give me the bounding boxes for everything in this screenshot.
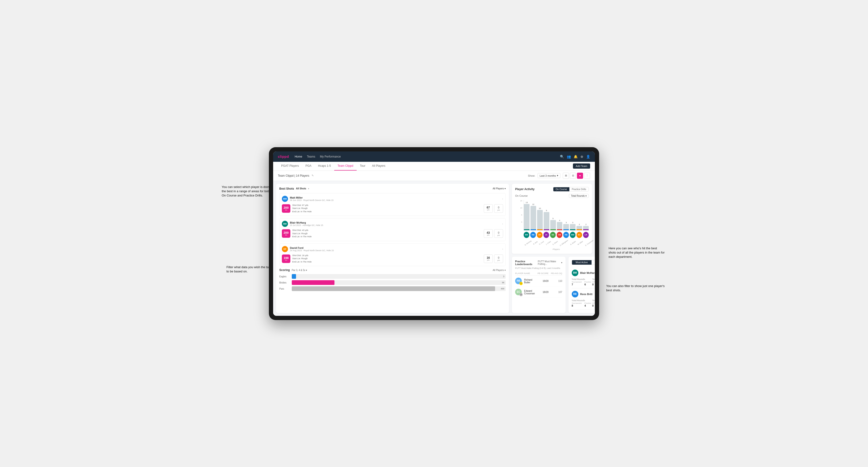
search-icon[interactable]: 🔍: [560, 155, 564, 158]
bar-5: [557, 222, 563, 230]
lb-dropdown-label: PUTT Must Make Putting...: [538, 260, 560, 266]
least-active-btn[interactable]: Least Active: [592, 260, 595, 264]
y-label-5: 5: [521, 214, 522, 216]
player-activity-title: Player Activity: [515, 187, 534, 191]
shot-avatar-3: DF: [282, 246, 288, 252]
bar-value-5: 4: [559, 219, 560, 221]
x-axis-label: Players: [524, 248, 589, 250]
shot-entry-3[interactable]: DF David Ford 24 Aug 2023 · Royal North …: [279, 243, 506, 266]
plus-circle-icon[interactable]: ⊕: [581, 155, 583, 158]
best-shots-header: Best Shots All Shots ▾ All Players ▾: [279, 187, 506, 190]
all-shots-btn[interactable]: All Shots: [296, 187, 306, 190]
chevron-right-icon-3: ›: [502, 247, 503, 251]
lb-rank-avatar-1: RB 1: [515, 278, 522, 285]
scoring-title: Scoring: [279, 269, 290, 272]
view-heart-icon[interactable]: ♥: [577, 173, 583, 179]
practice-label-1: Practice: [585, 281, 591, 283]
tab-pgat-players[interactable]: PGAT Players: [278, 161, 302, 170]
shot-metric-unit-2: yds: [487, 234, 490, 236]
practice-value-2: 4: [585, 304, 591, 307]
bar-group-3: 9: [544, 210, 549, 230]
gtt-stat-1: GTT 0: [592, 281, 595, 286]
scoring-filter-1[interactable]: Par 3, 4 & 5s ▾: [292, 269, 307, 272]
chart-controls: On Course Total Rounds ▾: [515, 194, 589, 198]
eagles-bar-bg: 3: [292, 274, 506, 279]
view-more-icon[interactable]: ⋮: [584, 173, 590, 179]
team-header: Team Clippd | 14 Players ✎ Show: Last 3 …: [273, 171, 595, 181]
shot-score-label-3: SG: [285, 259, 287, 261]
gtt-stat-2: GTT 0: [592, 302, 595, 307]
all-players-dropdown[interactable]: All Players ▾: [493, 187, 506, 190]
player-name-label-2: D. Ford: [539, 241, 545, 245]
nav-teams[interactable]: Teams: [307, 155, 315, 158]
bar-1: [530, 206, 536, 230]
practice-drills-toggle[interactable]: Practice Drills: [569, 187, 588, 191]
practice-stat-2: Practice 4: [585, 302, 591, 307]
player-avatar-6: RB: [563, 232, 569, 238]
edit-icon[interactable]: ✎: [312, 174, 314, 177]
lb-avg-1: 110: [551, 280, 562, 282]
lb-col-name-header: PLAYER NAME: [515, 272, 535, 275]
shot-metric-zero-unit-2: yds: [497, 235, 500, 236]
nav-my-performance[interactable]: My Performance: [320, 155, 341, 158]
shot-entry-2[interactable]: BM Blair McHarg 23 Jul 2023 · Ashridge G…: [279, 218, 506, 241]
shot-player-details-1: Matt Miller 09 Jun 2023 · Royal North De…: [290, 196, 334, 201]
view-list-icon[interactable]: ⊟: [570, 173, 576, 179]
bar-group-1: 12: [530, 203, 536, 230]
chevron-down-icon: ▾: [557, 174, 558, 177]
scoring-header: Scoring Par 3, 4 & 5s ▾ All Players ▾: [279, 269, 506, 272]
active-avatar-2: RB: [572, 291, 578, 298]
active-stats-grid-2: Total Rounds Tournament 8 Practice: [572, 299, 595, 307]
shot-details-1: Shot Dist: 67 ydsStart Lie: RoughEnd Lie…: [292, 204, 482, 214]
tab-tour[interactable]: Tour: [356, 161, 369, 170]
tab-all-players[interactable]: All Players: [369, 161, 389, 170]
tab-team-clippd[interactable]: Team Clippd: [334, 161, 356, 170]
player-name-label-7: M. Miller: [578, 240, 584, 245]
tournament-value-1: 7: [572, 283, 582, 286]
team-name-label: Team Clippd | 14 Players: [278, 174, 309, 177]
shot-metrics-2: 43 yds 0 yds: [484, 229, 503, 238]
chevron-right-icon: ›: [502, 197, 503, 200]
bar-value-1: 12: [532, 203, 534, 206]
view-grid-icon[interactable]: ⊞: [563, 173, 569, 179]
shot-metric-zero-2: 0 yds: [494, 229, 503, 238]
shot-avatar-1: MM: [282, 196, 288, 202]
birdies-bar-fill: [292, 280, 335, 285]
chevron-right-icon-2: ›: [502, 222, 503, 225]
bar-value-8: 2: [579, 223, 580, 225]
active-player-2: RB Rees Britt 02 Sep 2023 Total Rounds T…: [572, 288, 595, 310]
lb-dropdown[interactable]: PUTT Must Make Putting... ▾: [538, 260, 562, 266]
lb-avg-2: 107: [551, 291, 562, 293]
shot-metric-zero-val-3: 0: [498, 256, 500, 259]
scoring-filter-2[interactable]: All Players ▾: [493, 269, 506, 272]
eagles-value: 3: [503, 275, 504, 278]
shot-metric-zero-unit-3: yds: [497, 259, 500, 261]
most-active-btn[interactable]: Most Active: [572, 260, 592, 264]
shot-data-row-1: 200 SG Shot Dist: 67 ydsStart Lie: Rough…: [282, 204, 503, 214]
chevron-down-icon: ▾: [504, 187, 506, 190]
lb-title: Practice Leaderboards: [515, 260, 538, 266]
shot-data-row-3: 198 SG Shot Dist: 16 ydsStart Lie: Rough…: [282, 254, 503, 264]
bar-value-6: 3: [566, 221, 566, 224]
bar-6: [563, 224, 569, 230]
birdies-label: Birdies: [279, 281, 290, 284]
add-team-button[interactable]: Add Team: [573, 163, 590, 168]
bell-icon[interactable]: 🔔: [574, 155, 578, 158]
tablet-screen: clippd Home Teams My Performance 🔍 👥 🔔 ⊕…: [273, 151, 595, 316]
most-active-card: Most Active Least Active BM Blair McHarg…: [568, 257, 595, 313]
leaderboard-card: Practice Leaderboards PUTT Must Make Put…: [512, 257, 566, 313]
nav-home[interactable]: Home: [294, 155, 302, 158]
timescale-dropdown[interactable]: Last 3 months ▾: [537, 173, 560, 178]
eagles-row: Eagles 3: [279, 274, 506, 279]
bar-group-0: 13: [524, 201, 530, 230]
user-icon[interactable]: 👤: [586, 155, 590, 158]
shot-entry-1[interactable]: MM Matt Miller 09 Jun 2023 · Royal North…: [279, 193, 506, 216]
bar-value-4: 5: [552, 217, 553, 220]
tab-pga[interactable]: PGA: [302, 161, 315, 170]
users-icon[interactable]: 👥: [567, 155, 571, 158]
bottom-section: Practice Leaderboards PUTT Must Make Put…: [512, 257, 592, 313]
pars-label: Pars: [279, 287, 290, 290]
on-course-toggle[interactable]: On Course: [553, 187, 569, 191]
tab-hcaps[interactable]: Hcaps 1-5: [315, 161, 334, 170]
chart-dropdown[interactable]: Total Rounds ▾: [569, 194, 589, 198]
